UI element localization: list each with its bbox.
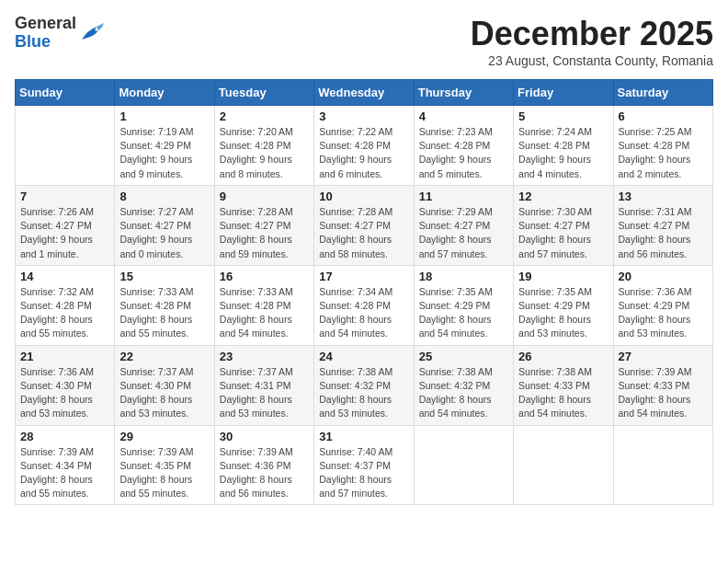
day-info: Sunrise: 7:28 AMSunset: 4:27 PMDaylight:… [319,205,408,261]
calendar-cell: 25Sunrise: 7:38 AMSunset: 4:32 PMDayligh… [414,345,513,425]
day-number: 25 [419,350,508,363]
subtitle: 23 August, Constanta County, Romania [471,53,713,68]
day-info: Sunrise: 7:27 AMSunset: 4:27 PMDaylight:… [119,205,209,261]
weekday-header: Tuesday [214,80,313,106]
logo-blue: Blue [15,32,51,51]
calendar-cell: 16Sunrise: 7:33 AMSunset: 4:28 PMDayligh… [214,265,313,345]
day-number: 2 [220,109,309,123]
calendar-cell: 2Sunrise: 7:20 AMSunset: 4:28 PMDaylight… [214,106,313,186]
calendar-cell: 11Sunrise: 7:29 AMSunset: 4:27 PMDayligh… [414,185,513,265]
calendar-cell: 20Sunrise: 7:36 AMSunset: 4:29 PMDayligh… [613,265,712,345]
day-info: Sunrise: 7:39 AMSunset: 4:36 PMDaylight:… [220,445,309,501]
day-info: Sunrise: 7:38 AMSunset: 4:32 PMDaylight:… [419,365,508,421]
day-number: 24 [319,350,408,363]
calendar-table: SundayMondayTuesdayWednesdayThursdayFrid… [15,79,713,505]
day-info: Sunrise: 7:38 AMSunset: 4:33 PMDaylight:… [518,365,608,421]
day-number: 6 [619,109,708,123]
calendar-cell: 8Sunrise: 7:27 AMSunset: 4:27 PMDaylight… [115,185,214,265]
day-number: 31 [319,430,408,443]
day-number: 16 [220,270,309,283]
day-number: 22 [119,350,209,363]
day-info: Sunrise: 7:24 AMSunset: 4:28 PMDaylight:… [518,125,608,181]
day-number: 30 [220,430,309,443]
logo-text: General Blue [15,15,76,52]
day-info: Sunrise: 7:39 AMSunset: 4:33 PMDaylight:… [619,365,708,421]
day-number: 17 [319,270,408,283]
day-info: Sunrise: 7:30 AMSunset: 4:27 PMDaylight:… [518,205,608,261]
day-number: 23 [220,350,309,363]
day-number: 26 [518,350,608,363]
month-title: December 2025 [471,15,713,53]
calendar-cell: 7Sunrise: 7:26 AMSunset: 4:27 PMDaylight… [16,185,115,265]
weekday-header: Wednesday [314,80,414,106]
day-number: 13 [619,190,708,203]
logo-bird-icon [78,23,104,43]
weekday-header: Friday [514,80,613,106]
calendar-cell: 18Sunrise: 7:35 AMSunset: 4:29 PMDayligh… [414,265,513,345]
calendar-cell: 3Sunrise: 7:22 AMSunset: 4:28 PMDaylight… [314,106,414,186]
calendar-cell [514,425,613,505]
calendar-cell: 29Sunrise: 7:39 AMSunset: 4:35 PMDayligh… [115,425,214,505]
day-number: 9 [220,190,309,203]
calendar-week-row: 1Sunrise: 7:19 AMSunset: 4:29 PMDaylight… [16,106,713,186]
day-number: 3 [319,109,408,123]
calendar-cell: 23Sunrise: 7:37 AMSunset: 4:31 PMDayligh… [214,345,313,425]
weekday-header: Monday [115,80,214,106]
logo: General Blue [15,15,104,52]
day-info: Sunrise: 7:36 AMSunset: 4:30 PMDaylight:… [20,365,109,421]
calendar-cell: 31Sunrise: 7:40 AMSunset: 4:37 PMDayligh… [314,425,414,505]
calendar-cell: 28Sunrise: 7:39 AMSunset: 4:34 PMDayligh… [16,425,115,505]
day-info: Sunrise: 7:36 AMSunset: 4:29 PMDaylight:… [619,285,708,341]
day-number: 20 [619,270,708,283]
day-info: Sunrise: 7:39 AMSunset: 4:35 PMDaylight:… [119,445,209,501]
weekday-header: Sunday [16,80,115,106]
day-info: Sunrise: 7:19 AMSunset: 4:29 PMDaylight:… [119,125,209,181]
day-number: 18 [419,270,508,283]
calendar-cell: 27Sunrise: 7:39 AMSunset: 4:33 PMDayligh… [613,345,712,425]
calendar-week-row: 14Sunrise: 7:32 AMSunset: 4:28 PMDayligh… [16,265,713,345]
day-info: Sunrise: 7:31 AMSunset: 4:27 PMDaylight:… [619,205,708,261]
day-number: 1 [119,109,209,123]
day-info: Sunrise: 7:37 AMSunset: 4:31 PMDaylight:… [220,365,309,421]
logo-general: General [15,14,76,32]
title-area: December 2025 23 August, Constanta Count… [471,15,713,68]
day-number: 14 [20,270,109,283]
calendar-cell: 13Sunrise: 7:31 AMSunset: 4:27 PMDayligh… [613,185,712,265]
calendar-cell: 9Sunrise: 7:28 AMSunset: 4:27 PMDaylight… [214,185,313,265]
day-number: 8 [119,190,209,203]
weekday-header-row: SundayMondayTuesdayWednesdayThursdayFrid… [16,80,713,106]
day-info: Sunrise: 7:37 AMSunset: 4:30 PMDaylight:… [119,365,209,421]
calendar-cell [613,425,712,505]
day-info: Sunrise: 7:28 AMSunset: 4:27 PMDaylight:… [220,205,309,261]
calendar-cell: 21Sunrise: 7:36 AMSunset: 4:30 PMDayligh… [16,345,115,425]
calendar-cell: 10Sunrise: 7:28 AMSunset: 4:27 PMDayligh… [314,185,414,265]
day-info: Sunrise: 7:33 AMSunset: 4:28 PMDaylight:… [220,285,309,341]
day-info: Sunrise: 7:29 AMSunset: 4:27 PMDaylight:… [419,205,508,261]
day-info: Sunrise: 7:35 AMSunset: 4:29 PMDaylight:… [419,285,508,341]
calendar-cell: 1Sunrise: 7:19 AMSunset: 4:29 PMDaylight… [115,106,214,186]
day-info: Sunrise: 7:33 AMSunset: 4:28 PMDaylight:… [119,285,209,341]
day-info: Sunrise: 7:39 AMSunset: 4:34 PMDaylight:… [20,445,109,501]
day-info: Sunrise: 7:22 AMSunset: 4:28 PMDaylight:… [319,125,408,181]
calendar-cell [16,106,115,186]
calendar-cell: 24Sunrise: 7:38 AMSunset: 4:32 PMDayligh… [314,345,414,425]
day-info: Sunrise: 7:34 AMSunset: 4:28 PMDaylight:… [319,285,408,341]
day-number: 11 [419,190,508,203]
day-number: 10 [319,190,408,203]
calendar-cell: 14Sunrise: 7:32 AMSunset: 4:28 PMDayligh… [16,265,115,345]
day-number: 5 [518,109,608,123]
day-number: 27 [619,350,708,363]
weekday-header: Saturday [613,80,712,106]
calendar-cell [414,425,513,505]
day-info: Sunrise: 7:23 AMSunset: 4:28 PMDaylight:… [419,125,508,181]
day-info: Sunrise: 7:25 AMSunset: 4:28 PMDaylight:… [619,125,708,181]
calendar-cell: 12Sunrise: 7:30 AMSunset: 4:27 PMDayligh… [514,185,613,265]
day-number: 4 [419,109,508,123]
calendar-week-row: 28Sunrise: 7:39 AMSunset: 4:34 PMDayligh… [16,425,713,505]
weekday-header: Thursday [414,80,513,106]
calendar-week-row: 7Sunrise: 7:26 AMSunset: 4:27 PMDaylight… [16,185,713,265]
calendar-cell: 4Sunrise: 7:23 AMSunset: 4:28 PMDaylight… [414,106,513,186]
calendar-cell: 17Sunrise: 7:34 AMSunset: 4:28 PMDayligh… [314,265,414,345]
calendar-cell: 22Sunrise: 7:37 AMSunset: 4:30 PMDayligh… [115,345,214,425]
calendar-cell: 5Sunrise: 7:24 AMSunset: 4:28 PMDaylight… [514,106,613,186]
